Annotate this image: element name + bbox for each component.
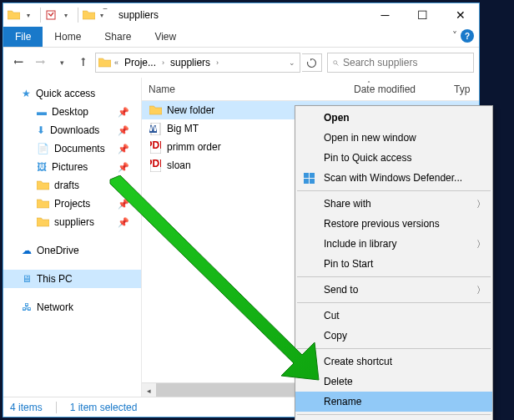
folder-icon [37,199,49,209]
sidebar-item-this-pc[interactable]: 🖥This PC [3,270,141,288]
scroll-left-icon[interactable]: ◂ [142,383,156,397]
sidebar-item-desktop[interactable]: ▬Desktop📌 [3,103,141,121]
folder-icon [98,56,111,69]
menu-copy[interactable]: Copy [295,326,492,346]
navigation-pane: ★ Quick access ▬Desktop📌 ⬇Downloads📌 📄Do… [3,78,142,397]
folder-icon [37,217,49,227]
chevron-icon[interactable]: › [216,58,219,67]
context-menu: Open Open in new window Pin to Quick acc… [295,105,493,420]
recent-dropdown[interactable]: ▾ [52,53,72,73]
sidebar-label: Desktop [52,106,88,118]
expand-ribbon-icon[interactable]: ˅ [452,30,457,42]
qat-dropdown-icon[interactable]: ▾ [22,8,35,22]
pin-icon: 📌 [118,125,129,136]
submenu-arrow-icon: 〉 [476,284,486,296]
sidebar-item-pictures[interactable]: 🖼Pictures📌 [3,158,141,176]
navigation-bar: 🠔 🠖 ▾ 🠕 « Proje... › suppliers › ⌄ [3,48,479,78]
pin-icon: 📌 [118,217,129,228]
menu-pin-quick-access[interactable]: Pin to Quick access [295,148,492,168]
up-button[interactable]: 🠕 [73,53,93,73]
pin-icon: 📌 [118,144,129,154]
column-name[interactable]: Name [149,83,354,95]
refresh-button[interactable] [302,53,322,72]
search-box[interactable] [327,53,474,73]
sidebar-label: Network [37,301,73,313]
menu-scan-defender[interactable]: Scan with Windows Defender... [295,168,492,188]
separator [40,8,41,23]
search-icon [333,58,339,68]
separator [78,8,78,23]
svg-rect-13 [310,179,315,184]
svg-rect-10 [304,173,309,178]
separator [297,414,491,415]
sidebar-label: Projects [54,198,90,210]
svg-rect-11 [310,173,315,178]
menu-label: Pin to Quick access [324,152,411,164]
menu-create-shortcut[interactable]: Create shortcut [295,352,492,372]
sidebar-item-suppliers[interactable]: suppliers📌 [3,213,141,231]
menu-label: Rename [324,396,361,407]
menu-share-with[interactable]: Share with〉 [295,194,492,214]
maximize-button[interactable]: ☐ [404,3,441,27]
menu-label: Cut [324,310,340,321]
menu-open[interactable]: Open [295,108,492,128]
status-selected-count: 1 item selected [70,402,138,413]
tab-view[interactable]: View [143,27,188,47]
address-bar[interactable]: « Proje... › suppliers › ⌄ [95,53,300,73]
sidebar-label: Pictures [52,161,88,173]
folder-icon [82,8,95,22]
breadcrumb-segment[interactable]: Proje... [120,55,160,70]
sidebar-item-projects[interactable]: Projects📌 [3,195,141,213]
search-input[interactable] [343,57,468,68]
sidebar-item-downloads[interactable]: ⬇Downloads📌 [3,121,141,139]
menu-label: Restore previous versions [324,218,440,230]
menu-include-library[interactable]: Include in library〉 [295,234,492,254]
menu-delete[interactable]: Delete [295,372,492,392]
tab-home[interactable]: Home [43,27,93,47]
menu-label: Delete [324,376,353,387]
svg-line-2 [336,63,338,65]
address-dropdown-icon[interactable]: ⌄ [289,58,295,67]
qat-overflow-icon[interactable]: ▾‾ [97,8,110,22]
close-button[interactable]: ✕ [441,3,479,27]
menu-pin-start[interactable]: Pin to Start [295,254,492,274]
sidebar-item-onedrive[interactable]: ☁OneDrive [3,241,141,260]
pictures-icon: 🖼 [37,161,47,173]
tab-share[interactable]: Share [93,27,143,47]
menu-send-to[interactable]: Send to〉 [295,280,492,300]
forward-button[interactable]: 🠖 [30,53,50,73]
folder-icon [7,8,20,22]
menu-open-new-window[interactable]: Open in new window [295,128,492,148]
folder-icon [149,104,162,117]
chevron-icon[interactable]: › [162,58,164,67]
menu-label: Share with [324,198,371,210]
column-type[interactable]: Typ [454,83,479,95]
desktop-icon: ▬ [37,106,47,118]
svg-text:PDF: PDF [150,159,161,170]
pin-icon: 📌 [118,107,129,118]
sidebar-item-drafts[interactable]: drafts📌 [3,176,141,195]
tab-file[interactable]: File [3,27,43,47]
properties-icon[interactable] [44,8,58,22]
pdf-icon: PDF [149,159,162,172]
sidebar-item-quick-access[interactable]: ★ Quick access [3,84,141,103]
sidebar-label: suppliers [54,216,94,228]
sidebar-item-network[interactable]: 🖧Network [3,298,141,316]
separator [297,348,491,349]
separator [297,276,491,277]
chevron-icon[interactable]: « [114,58,118,67]
sidebar-label: Documents [54,143,105,154]
breadcrumb-segment[interactable]: suppliers [166,55,214,70]
submenu-arrow-icon: 〉 [476,238,486,250]
qat-dropdown-icon[interactable]: ▾ [59,8,73,22]
sidebar-item-documents[interactable]: 📄Documents📌 [3,139,141,158]
back-button[interactable]: 🠔 [8,53,28,73]
minimize-button[interactable]: ─ [366,3,404,27]
help-button[interactable]: ? [461,29,474,43]
sidebar-label: OneDrive [37,245,79,256]
menu-cut[interactable]: Cut [295,306,492,326]
sidebar-label: This PC [37,273,73,285]
menu-restore-previous[interactable]: Restore previous versions [295,214,492,234]
menu-rename[interactable]: Rename [295,392,492,412]
file-name: sloan [167,159,191,171]
